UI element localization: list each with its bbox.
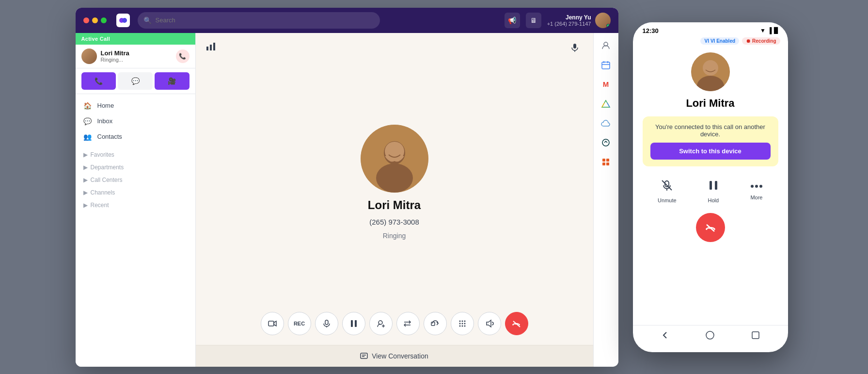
svg-point-56	[706, 331, 714, 339]
home-nav-icon[interactable]	[705, 330, 715, 342]
mobile-more-action[interactable]: More	[750, 179, 763, 203]
app-logo	[116, 14, 130, 27]
transfer-button[interactable]	[396, 312, 420, 335]
call-header	[196, 33, 593, 62]
caller-status: Ringing...	[101, 57, 172, 63]
megaphone-icon[interactable]: 📢	[505, 13, 520, 28]
svg-rect-43	[606, 163, 609, 165]
svg-point-23	[461, 320, 463, 322]
svg-rect-50	[710, 181, 712, 190]
favorites-label: Favorites	[91, 151, 114, 158]
online-indicator	[606, 24, 610, 28]
svg-point-28	[459, 325, 460, 326]
mobile-status-bar: 12:30 ▼ ▐ ▉	[633, 22, 788, 36]
user-name: Jenny Yu	[547, 14, 591, 21]
mute-button[interactable]	[315, 312, 338, 335]
keypad-button[interactable]	[451, 312, 474, 335]
svg-point-26	[461, 323, 463, 324]
sidebar: Active Call Lori Mitra Ringing... 📞 📞 💬 …	[76, 33, 196, 367]
svg-rect-42	[602, 163, 605, 165]
drive-toolbar-icon[interactable]	[597, 95, 615, 113]
call-info: Lori Mitra Ringing...	[101, 49, 172, 63]
sidebar-item-favorites[interactable]: ▶ Favorites	[76, 148, 195, 161]
end-call-button[interactable]	[505, 312, 528, 335]
video-button[interactable]	[261, 312, 284, 335]
home-icon: 🏠	[83, 102, 92, 110]
contact-avatar	[361, 125, 428, 193]
svg-rect-4	[213, 43, 215, 50]
user-phone: +1 (264) 279-1147	[547, 21, 591, 27]
back-nav-icon[interactable]	[660, 330, 670, 342]
mobile-end-call-section	[696, 213, 725, 242]
svg-point-24	[464, 320, 465, 322]
call-actions: 📞 💬 🎥	[76, 68, 195, 94]
sidebar-item-recent[interactable]: ▶ Recent	[76, 199, 195, 211]
right-toolbar: M	[593, 33, 618, 367]
recording-label: Recording	[752, 38, 776, 44]
minimize-button[interactable]	[92, 17, 98, 23]
mobile-unmute-action[interactable]: Unmute	[658, 179, 677, 203]
sidebar-item-callcenters[interactable]: ▶ Call Centers	[76, 174, 195, 186]
svg-point-27	[464, 323, 465, 324]
svg-rect-5	[573, 44, 576, 49]
person-toolbar-icon[interactable]	[597, 37, 615, 54]
square-nav-icon[interactable]	[751, 330, 760, 342]
more-label: More	[750, 195, 762, 200]
signal-mobile-icon: ▐	[768, 27, 772, 34]
nav-items: 🏠 Home 💬 Inbox 👥 Contacts	[76, 94, 195, 148]
calendar-toolbar-icon[interactable]	[597, 56, 615, 74]
sidebar-item-channels[interactable]: ▶ Channels	[76, 186, 195, 199]
close-button[interactable]	[83, 17, 89, 23]
flip-button[interactable]	[424, 312, 447, 335]
hold-icon	[707, 179, 720, 195]
main-content: Lori Mitra (265) 973-3008 Ringing REC	[196, 33, 593, 367]
maximize-button[interactable]	[101, 17, 107, 23]
call-state: Ringing	[383, 232, 406, 240]
contact-name: Lori Mitra	[368, 198, 421, 212]
hangup-button[interactable]: 📞	[176, 49, 189, 63]
recording-badge: ⏺ Recording	[742, 37, 780, 45]
svg-rect-15	[355, 320, 357, 327]
svg-rect-57	[752, 332, 759, 339]
mobile-end-call-button[interactable]	[696, 213, 725, 242]
titlebar-right: 📢 🖥 Jenny Yu +1 (264) 279-1147	[505, 13, 611, 28]
chevron-right-icon-depts: ▶	[83, 164, 88, 171]
search-icon: 🔍	[143, 16, 152, 24]
titlebar: 🔍 📢 🖥 Jenny Yu +1 (264) 279-1147	[76, 8, 618, 33]
mobile-status-icons: ▼ ▐ ▉	[760, 27, 778, 34]
cloud-toolbar-icon[interactable]	[597, 114, 615, 132]
svg-rect-51	[715, 181, 717, 190]
integrations-toolbar-icon[interactable]	[597, 153, 615, 171]
sidebar-item-departments[interactable]: ▶ Departments	[76, 161, 195, 174]
record-button[interactable]: REC	[288, 312, 311, 335]
svg-rect-14	[351, 320, 353, 327]
search-bar[interactable]: 🔍	[138, 12, 380, 29]
video-action-button[interactable]: 🎥	[155, 72, 189, 90]
svg-point-9	[376, 163, 413, 193]
nav-inbox[interactable]: 💬 Inbox	[76, 114, 195, 129]
svg-rect-32	[361, 353, 367, 358]
traffic-lights	[83, 17, 107, 23]
view-conversation-button[interactable]: View Conversation	[196, 345, 593, 367]
microphone-icon[interactable]	[566, 39, 584, 56]
nav-contacts[interactable]: 👥 Contacts	[76, 129, 195, 145]
add-participant-button[interactable]	[369, 312, 393, 335]
screen-icon[interactable]: 🖥	[526, 13, 541, 28]
switch-to-device-button[interactable]: Switch to this device	[650, 143, 771, 160]
mobile-time: 12:30	[643, 27, 659, 34]
mobile-hold-action[interactable]: Hold	[707, 179, 720, 203]
svg-rect-2	[206, 47, 208, 50]
hold-button[interactable]	[342, 312, 365, 335]
chat-action-button[interactable]: 💬	[118, 72, 153, 90]
inbox-icon: 💬	[83, 117, 92, 125]
search-input[interactable]	[156, 16, 374, 24]
phone-action-button[interactable]: 📞	[81, 72, 116, 90]
svg-rect-36	[602, 62, 610, 69]
zendesk-toolbar-icon[interactable]	[597, 134, 615, 151]
nav-home[interactable]: 🏠 Home	[76, 98, 195, 114]
gmail-toolbar-icon[interactable]: M	[597, 76, 615, 93]
mobile-mockup: 12:30 ▼ ▐ ▉ VI VI Enabled ⏺ Recording Lo…	[633, 22, 788, 352]
speaker-button[interactable]	[478, 312, 501, 335]
svg-rect-3	[210, 45, 212, 50]
mobile-recording-bar: VI VI Enabled ⏺ Recording	[633, 36, 788, 48]
